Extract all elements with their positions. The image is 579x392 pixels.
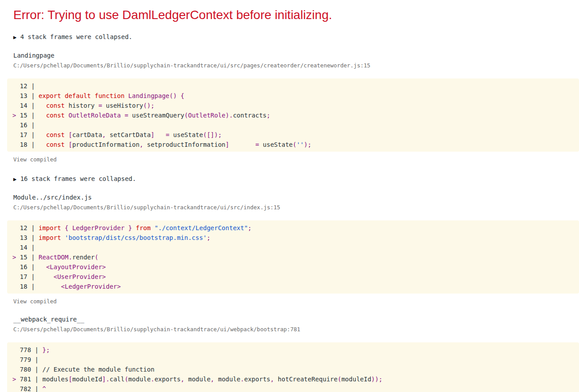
line-number-gutter: 779 | xyxy=(16,356,42,363)
error-title: Error: Trying to use DamlLedgerContext b… xyxy=(13,8,579,22)
line-number-gutter: 781 | xyxy=(16,376,42,383)
code-token xyxy=(61,224,65,231)
code-token: OutletRole xyxy=(188,112,225,119)
code-line: 13 | import 'bootstrap/dist/css/bootstra… xyxy=(12,233,575,243)
code-token xyxy=(39,131,46,138)
code-line: 13 | export default function Landingpage… xyxy=(12,91,575,101)
view-compiled-link[interactable]: View compiled xyxy=(13,297,57,306)
code-token: . xyxy=(240,376,244,383)
code-token: const xyxy=(46,131,65,138)
code-token: )); xyxy=(371,376,382,383)
code-token: ReactDOM xyxy=(39,254,68,261)
frame-function-name: Landingpage xyxy=(13,51,579,60)
code-token: (); xyxy=(143,102,154,109)
code-token: ); xyxy=(304,141,312,148)
code-token: setCartData xyxy=(106,131,151,138)
line-number-gutter: 17 | xyxy=(16,273,39,280)
code-line: > 15 | const OutletRoleData = useStreamQ… xyxy=(12,110,575,120)
view-compiled-link[interactable]: View compiled xyxy=(13,155,57,164)
stack-frame: Module../src/index.jsC:/Users/pchellap/D… xyxy=(13,192,579,306)
line-number-gutter: 13 | xyxy=(16,234,39,241)
code-token: hotCreateRequire xyxy=(274,376,337,383)
code-token: "./context/LedgerContext" xyxy=(154,224,248,231)
code-token: exports xyxy=(244,376,270,383)
code-token: call xyxy=(110,376,125,383)
code-line: 780 | // Execute the module function xyxy=(12,365,575,374)
line-number-gutter: 16 | xyxy=(16,263,39,270)
code-token: > xyxy=(102,273,106,280)
code-token: () { xyxy=(169,92,184,99)
code-token: module xyxy=(214,376,240,383)
code-token: exports xyxy=(154,376,180,383)
code-token: ( xyxy=(184,112,188,119)
code-token: 'bootstrap/dist/css/bootstrap.min.css' xyxy=(65,234,207,241)
line-number-gutter: 17 | xyxy=(16,131,39,138)
code-line: 12 | xyxy=(12,81,575,91)
code-token xyxy=(39,102,46,109)
triangle-right-icon: ▶ xyxy=(13,34,16,40)
code-token: , xyxy=(270,376,274,383)
code-token: [ xyxy=(68,376,72,383)
code-token: useState xyxy=(169,131,203,138)
code-token xyxy=(39,283,61,290)
code-token: ( xyxy=(337,376,341,383)
line-number-gutter: 14 | xyxy=(16,102,39,109)
code-token: ; xyxy=(266,112,270,119)
line-number-gutter: 782 | xyxy=(16,385,42,392)
code-token: ]. xyxy=(102,376,110,383)
code-token: useStreamQuery xyxy=(128,112,184,119)
code-token xyxy=(154,131,165,138)
code-line: 14 | xyxy=(12,243,575,252)
code-token: productInformation xyxy=(72,141,140,148)
code-line: 18 | <LedgerProvider> xyxy=(12,282,575,291)
code-token: module xyxy=(128,376,151,383)
code-token: < xyxy=(61,283,65,290)
frame-file-location: C:/Users/pchellap/Documents/Brillio/supp… xyxy=(13,61,579,70)
code-token: const xyxy=(46,112,65,119)
code-token xyxy=(229,141,255,148)
code-token: history xyxy=(65,102,98,109)
line-number-gutter: 12 | xyxy=(16,224,39,231)
code-token: , xyxy=(140,141,143,148)
code-token: LayoutProvider xyxy=(50,263,102,270)
code-line: 12 | import { LedgerProvider } from "./c… xyxy=(12,223,575,233)
code-line: 17 | const [cartData, setCartData] = use… xyxy=(12,130,575,140)
code-token: '' xyxy=(297,141,304,148)
code-token: OutletRoleData xyxy=(68,112,121,119)
code-token xyxy=(39,263,46,270)
code-token: cartData xyxy=(72,131,102,138)
code-token: setproductInformation xyxy=(143,141,225,148)
line-number-gutter: 18 | xyxy=(16,141,39,148)
code-line: 779 | xyxy=(12,355,575,365)
code-token: moduleId xyxy=(341,376,371,383)
frame-function-name: __webpack_require__ xyxy=(13,314,579,324)
frame-file-location: C:/Users/pchellap/Documents/Brillio/supp… xyxy=(13,203,579,212)
stack-trace: ▶ 4 stack frames were collapsed.Landingp… xyxy=(13,32,579,392)
collapse-stack-frames-button[interactable]: ▶ 4 stack frames were collapsed. xyxy=(13,32,133,42)
line-number-gutter: 12 | xyxy=(16,82,39,90)
code-token: import xyxy=(39,224,61,231)
code-token: export default function xyxy=(39,92,125,99)
code-line: 14 | const history = useHistory(); xyxy=(12,101,575,110)
code-token: useHistory xyxy=(102,102,143,109)
code-token xyxy=(121,112,124,119)
code-token: ( xyxy=(94,254,98,261)
line-number-gutter: 780 | xyxy=(16,366,42,373)
code-token: const xyxy=(46,102,65,109)
error-overlay: Error: Trying to use DamlLedgerContext b… xyxy=(0,0,579,392)
code-token: render xyxy=(72,254,95,261)
code-token xyxy=(68,224,72,231)
stack-frame: LandingpageC:/Users/pchellap/Documents/B… xyxy=(13,51,579,164)
collapse-stack-frames-button[interactable]: ▶ 16 stack frames were collapsed. xyxy=(13,174,136,184)
code-token: import xyxy=(39,234,61,241)
code-token: } xyxy=(128,224,132,231)
code-block: 778 | }; 779 | 780 | // Execute the modu… xyxy=(7,342,579,392)
code-line: > 781 | modules[moduleId].call(module.ex… xyxy=(12,374,575,384)
code-token: LedgerProvider xyxy=(65,283,117,290)
code-token: ( xyxy=(293,141,296,148)
line-number-gutter: 15 | xyxy=(16,254,39,261)
code-line: 16 | xyxy=(12,120,575,130)
code-line: 18 | const [productInformation, setprodu… xyxy=(12,140,575,149)
code-token xyxy=(39,273,54,280)
code-token: = xyxy=(166,131,169,138)
